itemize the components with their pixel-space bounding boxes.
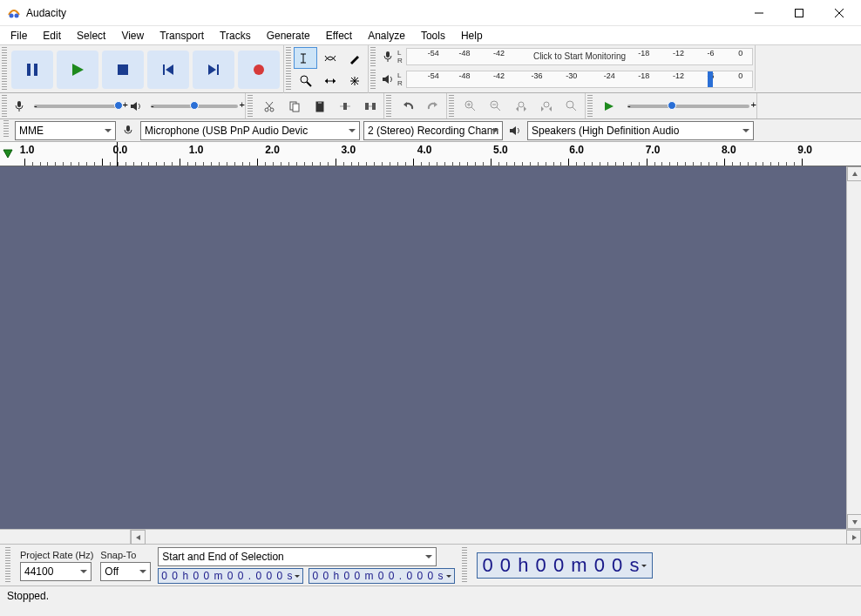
playback-speed-slider[interactable]: -+ — [627, 105, 749, 108]
trim-button[interactable] — [333, 95, 356, 117]
toolbar-grip[interactable] — [2, 95, 7, 117]
microphone-icon[interactable] — [378, 51, 397, 63]
zoom-toggle-button[interactable] — [559, 95, 583, 117]
toolbar-grip[interactable] — [3, 120, 9, 138]
redo-button[interactable] — [421, 95, 444, 117]
menu-file[interactable]: File — [3, 28, 34, 44]
toolbar-grip[interactable] — [2, 47, 7, 91]
toolbar-grip[interactable] — [286, 47, 291, 91]
toolbar-grip[interactable] — [5, 547, 10, 582]
playback-meter-scale[interactable]: -54 -48 -42 -36 -30 -24 -18 -12 -6 0 — [406, 71, 753, 88]
minimize-button[interactable] — [739, 0, 779, 26]
recording-meter-scale[interactable]: -54 -48 -42 Click to Start Monitoring -1… — [406, 48, 753, 65]
svg-rect-10 — [163, 64, 165, 75]
selection-toolbar: Project Rate (Hz) 44100 Snap-To Off Star… — [0, 544, 861, 586]
menu-help[interactable]: Help — [454, 28, 490, 44]
svg-marker-30 — [383, 75, 389, 84]
skip-end-button[interactable] — [193, 51, 234, 89]
recording-device-combo[interactable]: Microphone (USB PnP Audio Devic — [140, 121, 360, 140]
snap-to-combo[interactable]: Off — [100, 562, 151, 581]
paste-button[interactable] — [308, 95, 331, 117]
menu-view[interactable]: View — [114, 28, 151, 44]
fit-selection-button[interactable] — [509, 95, 532, 117]
copy-button[interactable] — [282, 95, 306, 117]
lr-label: LR — [397, 49, 406, 64]
recording-volume-slider[interactable]: -+ — [34, 105, 121, 108]
menu-transport[interactable]: Transport — [153, 28, 211, 44]
playback-volume-slider[interactable]: -+ — [151, 105, 238, 108]
toolbar-grip[interactable] — [587, 95, 593, 117]
silence-button[interactable] — [358, 95, 382, 117]
audio-position-time[interactable]: 0 0 h 0 0 m 0 0 s — [477, 552, 654, 579]
menu-generate[interactable]: Generate — [260, 28, 317, 44]
menu-analyze[interactable]: Analyze — [361, 28, 412, 44]
menu-tools[interactable]: Tools — [414, 28, 452, 44]
selection-start-time[interactable]: 0 0 h 0 0 m 0 0 . 0 0 0 s — [158, 568, 303, 584]
scroll-up-arrow[interactable] — [847, 166, 861, 181]
play-button[interactable] — [57, 51, 98, 89]
tools-toolbar — [284, 45, 369, 93]
menu-tracks[interactable]: Tracks — [213, 28, 258, 44]
toolbar-grip[interactable] — [370, 47, 376, 66]
draw-tool[interactable] — [342, 47, 366, 69]
transport-toolbar — [0, 45, 284, 93]
toolbar-grip[interactable] — [247, 95, 253, 117]
zoom-in-button[interactable] — [458, 95, 482, 117]
svg-point-14 — [254, 64, 264, 75]
stop-button[interactable] — [102, 51, 144, 89]
svg-marker-22 — [325, 78, 328, 84]
horizontal-scrollbar[interactable] — [0, 529, 861, 544]
zoom-out-button[interactable] — [484, 95, 507, 117]
edit-toolbar — [246, 93, 384, 118]
svg-marker-48 — [403, 102, 407, 107]
envelope-tool[interactable] — [318, 47, 342, 69]
close-button[interactable] — [819, 0, 859, 26]
fit-project-button[interactable] — [534, 95, 558, 117]
svg-marker-23 — [333, 78, 336, 84]
undo-button[interactable] — [396, 95, 419, 117]
maximize-button[interactable] — [779, 0, 819, 26]
svg-rect-3 — [796, 9, 803, 17]
svg-line-56 — [497, 107, 500, 111]
play-at-speed-button[interactable] — [597, 95, 620, 117]
scroll-right-arrow[interactable] — [846, 530, 861, 545]
pin-icon[interactable] — [0, 149, 16, 159]
svg-rect-43 — [343, 103, 347, 110]
multi-tool[interactable] — [342, 70, 366, 91]
selection-end-time[interactable]: 0 0 h 0 0 m 0 0 . 0 0 0 s — [308, 568, 454, 584]
toolbar-grip[interactable] — [386, 95, 391, 117]
selection-tool[interactable] — [294, 47, 317, 69]
play-at-speed-toolbar: -+ — [586, 93, 757, 118]
undo-toolbar — [384, 93, 447, 118]
pause-button[interactable] — [11, 51, 53, 89]
svg-rect-45 — [365, 103, 369, 110]
scroll-left-arrow[interactable] — [131, 530, 146, 545]
track-area[interactable] — [0, 166, 861, 529]
menu-effect[interactable]: Effect — [319, 28, 359, 44]
record-button[interactable] — [238, 51, 280, 89]
toolbar-grip[interactable] — [370, 70, 376, 89]
svg-point-19 — [301, 76, 308, 83]
selection-type-combo[interactable]: Start and End of Selection — [158, 547, 437, 566]
timeshift-tool[interactable] — [318, 70, 342, 91]
menu-select[interactable]: Select — [70, 28, 112, 44]
recording-channels-combo[interactable]: 2 (Stereo) Recording Chann — [363, 121, 503, 140]
svg-marker-12 — [208, 64, 216, 75]
toolbar-grip[interactable] — [449, 95, 454, 117]
cut-button[interactable] — [257, 95, 281, 117]
svg-marker-11 — [166, 64, 173, 75]
menu-edit[interactable]: Edit — [36, 28, 68, 44]
audio-host-combo[interactable]: MME — [15, 121, 116, 140]
toolbar-grip[interactable] — [462, 547, 467, 582]
playback-device-combo[interactable]: Speakers (High Definition Audio — [527, 121, 754, 140]
skip-start-button[interactable] — [147, 51, 189, 89]
zoom-tool[interactable] — [294, 70, 317, 91]
speaker-icon[interactable] — [378, 73, 397, 85]
project-rate-combo[interactable]: 44100 — [20, 562, 92, 581]
vertical-scrollbar[interactable] — [846, 166, 861, 529]
scroll-down-arrow[interactable] — [847, 514, 861, 529]
timeline-ruler[interactable]: 1.0 0.0 1.0 2.0 3.0 4.0 5.0 6.0 7.0 8.0 … — [0, 142, 861, 166]
svg-point-0 — [10, 13, 14, 17]
microphone-icon — [13, 100, 25, 112]
meter-marker[interactable] — [708, 71, 713, 87]
